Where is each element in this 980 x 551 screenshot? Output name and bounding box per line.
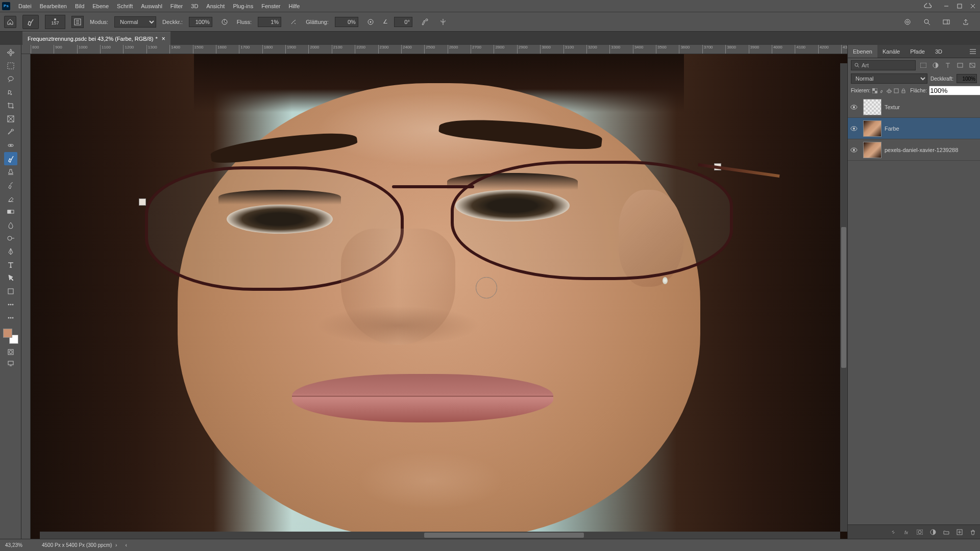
layer-opacity-input[interactable] — [957, 74, 977, 83]
menu-filter[interactable]: Filter — [166, 0, 187, 12]
menu-fenster[interactable]: Fenster — [257, 0, 284, 12]
dodge-tool[interactable] — [4, 232, 17, 245]
layer-row[interactable]: pexels-daniel-xavier-1239288 — [848, 139, 980, 161]
vertical-scrollbar[interactable] — [840, 63, 847, 532]
type-tool[interactable] — [4, 258, 17, 271]
layer-visibility-icon[interactable] — [848, 126, 860, 131]
tab-3d[interactable]: 3D — [930, 45, 947, 58]
angle-input[interactable] — [394, 17, 412, 27]
tab-ebenen[interactable]: Ebenen — [848, 45, 877, 58]
vertical-ruler[interactable] — [21, 54, 31, 539]
home-button[interactable] — [4, 16, 16, 28]
canvas[interactable] — [31, 54, 847, 539]
symmetry-icon[interactable] — [437, 16, 449, 28]
airbrush-icon[interactable] — [287, 16, 300, 28]
close-tab-icon[interactable]: × — [162, 35, 165, 42]
frame-tool[interactable] — [4, 112, 17, 126]
document-info[interactable]: 4500 Px x 5400 Px (300 ppcm) › — [42, 542, 117, 548]
menu-plugins[interactable]: Plug-ins — [229, 0, 257, 12]
gradient-tool[interactable] — [4, 205, 17, 218]
lock-artboard-icon[interactable] — [894, 87, 899, 95]
smoothing-input[interactable] — [335, 17, 358, 27]
more-tools[interactable] — [4, 298, 17, 311]
blend-mode-select[interactable]: Normal — [114, 16, 156, 28]
edit-toolbar[interactable] — [4, 311, 17, 324]
filter-shape-icon[interactable] — [955, 61, 965, 70]
blur-tool[interactable] — [4, 218, 17, 232]
link-layers-icon[interactable] — [889, 528, 897, 536]
layer-row[interactable]: Farbe — [848, 118, 980, 139]
pen-tool[interactable] — [4, 245, 17, 258]
layer-filter-search[interactable]: Art — [851, 60, 916, 70]
new-layer-icon[interactable] — [955, 528, 964, 536]
healing-tool[interactable] — [4, 139, 17, 152]
lock-transparency-icon[interactable] — [872, 87, 877, 95]
menu-datei[interactable]: Datei — [14, 0, 36, 12]
menu-ansicht[interactable]: Ansicht — [202, 0, 229, 12]
window-close[interactable] — [968, 2, 978, 10]
tab-kanaele[interactable]: Kanäle — [877, 45, 905, 58]
delete-layer-icon[interactable] — [969, 528, 977, 536]
eraser-tool[interactable] — [4, 192, 17, 205]
path-select-tool[interactable] — [4, 271, 17, 285]
cloud-docs-icon[interactable] — [901, 16, 914, 28]
window-minimize[interactable] — [941, 2, 951, 10]
filter-smart-icon[interactable] — [968, 61, 977, 70]
zoom-level[interactable]: 43,23% — [5, 542, 36, 548]
layer-mask-icon[interactable] — [916, 528, 924, 536]
pressure-size-icon[interactable] — [419, 16, 431, 28]
layer-style-icon[interactable]: fx — [902, 528, 911, 536]
layer-name[interactable]: Farbe — [885, 126, 980, 132]
foreground-color[interactable] — [3, 329, 12, 338]
layer-thumbnail[interactable] — [863, 120, 881, 137]
menu-bearbeiten[interactable]: Bearbeiten — [36, 0, 71, 12]
share-icon[interactable] — [960, 16, 972, 28]
crop-tool[interactable] — [4, 99, 17, 112]
move-tool[interactable] — [4, 46, 17, 59]
brush-preset-picker[interactable]: 157 — [45, 15, 65, 29]
menu-3d[interactable]: 3D — [187, 0, 202, 12]
flow-input[interactable] — [258, 17, 281, 27]
brush-tool[interactable] — [4, 152, 17, 165]
quickmask-toggle[interactable] — [5, 347, 16, 357]
pressure-opacity-icon[interactable] — [218, 16, 231, 28]
menu-auswahl[interactable]: Auswahl — [137, 0, 166, 12]
layer-visibility-icon[interactable] — [848, 105, 860, 110]
tab-pfade[interactable]: Pfade — [905, 45, 930, 58]
lock-position-icon[interactable] — [887, 87, 892, 95]
marquee-tool[interactable] — [4, 59, 17, 72]
current-tool-icon[interactable] — [22, 15, 39, 29]
shape-tool[interactable] — [4, 285, 17, 298]
layer-name[interactable]: Textur — [885, 104, 980, 110]
layer-name[interactable]: pexels-daniel-xavier-1239288 — [885, 147, 980, 153]
window-maximize[interactable] — [954, 2, 965, 10]
cloud-sync-icon[interactable] — [924, 3, 932, 9]
layer-visibility-icon[interactable] — [848, 147, 860, 153]
search-icon[interactable] — [921, 16, 933, 28]
menu-hilfe[interactable]: Hilfe — [284, 0, 304, 12]
lock-pixels-icon[interactable] — [879, 87, 885, 95]
history-brush-tool[interactable] — [4, 179, 17, 192]
screenmode-toggle[interactable] — [5, 358, 16, 368]
horizontal-ruler[interactable]: 8009001000110012001300140015001600170018… — [21, 45, 847, 54]
menu-bild[interactable]: Bild — [71, 0, 88, 12]
panel-menu-icon[interactable] — [966, 45, 980, 58]
workspace-icon[interactable] — [940, 16, 952, 28]
layer-row[interactable]: Textur — [848, 96, 980, 118]
menu-ebene[interactable]: Ebene — [88, 0, 113, 12]
horizontal-scrollbar[interactable] — [40, 532, 840, 539]
filter-image-icon[interactable] — [919, 61, 928, 70]
eyedropper-tool[interactable] — [4, 126, 17, 139]
filter-adjust-icon[interactable] — [931, 61, 940, 70]
adjustment-layer-icon[interactable] — [929, 528, 937, 536]
opacity-input[interactable] — [189, 17, 212, 27]
menu-schrift[interactable]: Schrift — [113, 0, 137, 12]
layer-thumbnail[interactable] — [863, 142, 881, 158]
layer-thumbnail[interactable] — [863, 99, 881, 115]
group-layers-icon[interactable] — [942, 528, 950, 536]
layer-blend-select[interactable]: Normal — [851, 73, 927, 84]
lock-all-icon[interactable] — [901, 87, 906, 95]
layer-fill-input[interactable] — [929, 86, 980, 95]
lasso-tool[interactable] — [4, 72, 17, 86]
stamp-tool[interactable] — [4, 165, 17, 179]
